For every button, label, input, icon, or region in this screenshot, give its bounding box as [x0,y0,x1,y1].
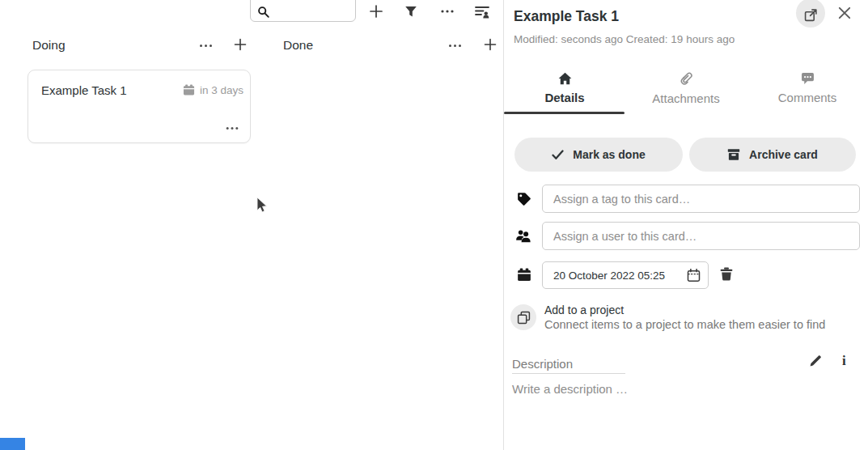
board-menu-button[interactable] [435,0,459,23]
column-add-icon [484,38,497,51]
more-options-icon [440,9,455,14]
project-stack-icon [517,311,531,325]
calendar-outline-icon [687,269,701,282]
assign-tag-input[interactable] [542,185,860,213]
filter-button[interactable] [399,0,423,23]
kanban-card[interactable]: Example Task 1 in 3 days [28,70,251,143]
add-to-project-title[interactable]: Add to a project [544,304,624,316]
archive-card-label: Archive card [749,148,818,161]
card-title: Example Task 1 [41,83,127,97]
column-menu-icon [448,44,462,48]
archive-icon [727,148,740,161]
due-date-field[interactable]: 20 October 2022 05:25 [542,261,709,289]
column-menu-icon [199,44,213,48]
column-done-add-button[interactable] [480,35,501,54]
paperclip-icon [680,72,692,86]
panel-card-title: Example Task 1 [514,8,619,25]
add-to-project-button[interactable] [510,304,536,330]
users-icon [515,229,531,243]
archive-card-button[interactable]: Archive card [689,138,856,172]
column-done-menu-button[interactable] [444,36,465,55]
add-card-button[interactable] [364,0,388,23]
mark-as-done-button[interactable]: Mark as done [514,138,683,172]
description-label: Description [512,357,573,371]
remove-due-date-button[interactable] [719,266,734,282]
description-placeholder[interactable]: Write a description … [512,382,628,396]
tab-details-label: Details [544,91,584,104]
filter-icon [404,6,417,18]
card-menu-icon [226,126,239,130]
search-icon [257,6,270,19]
edit-description-button[interactable] [809,354,823,367]
column-add-icon [234,38,247,51]
plus-icon [369,4,383,19]
add-to-project-subtitle: Connect items to a project to make them … [544,318,825,331]
tab-details[interactable]: Details [504,68,625,114]
app-window: Doing Done Example Task 1 in 3 [0,0,868,450]
open-date-picker-button[interactable] [687,269,701,282]
column-title-done: Done [283,38,313,53]
assignee-view-button[interactable] [470,0,494,23]
check-icon [552,150,564,160]
due-date-value: 20 October 2022 05:25 [543,270,687,282]
search-box[interactable] [250,0,356,22]
active-tab-underline [504,112,625,114]
search-input[interactable] [275,4,349,20]
tab-comments[interactable]: Comments [747,68,868,114]
tag-icon [517,192,531,206]
description-divider [512,373,625,374]
calendar-icon [183,84,195,96]
mark-as-done-label: Mark as done [573,148,645,161]
description-info-button[interactable]: i [842,353,846,369]
tab-attachments-label: Attachments [652,91,719,105]
column-doing-menu-button[interactable] [195,36,216,55]
column-title-doing: Doing [32,38,66,53]
pencil-icon [809,354,823,367]
assignee-list-icon [475,5,489,19]
panel-card-meta: Modified: seconds ago Created: 19 hours … [514,33,735,45]
card-due-date: in 3 days [183,84,243,96]
card-menu-button[interactable] [226,121,239,133]
trash-icon [719,266,734,282]
blue-corner-indicator [0,438,25,450]
comments-icon [801,72,815,85]
tab-attachments[interactable]: Attachments [625,68,747,114]
open-new-window-icon [804,8,818,22]
mouse-cursor [256,197,269,214]
column-doing-add-button[interactable] [230,35,251,54]
card-due-label: in 3 days [200,84,243,96]
home-icon [558,72,572,85]
close-icon [837,6,852,20]
due-date-icon [517,268,531,282]
close-panel-button[interactable] [837,6,852,23]
tab-comments-label: Comments [778,91,837,104]
assign-user-input[interactable] [542,222,860,250]
info-icon: i [842,353,846,369]
